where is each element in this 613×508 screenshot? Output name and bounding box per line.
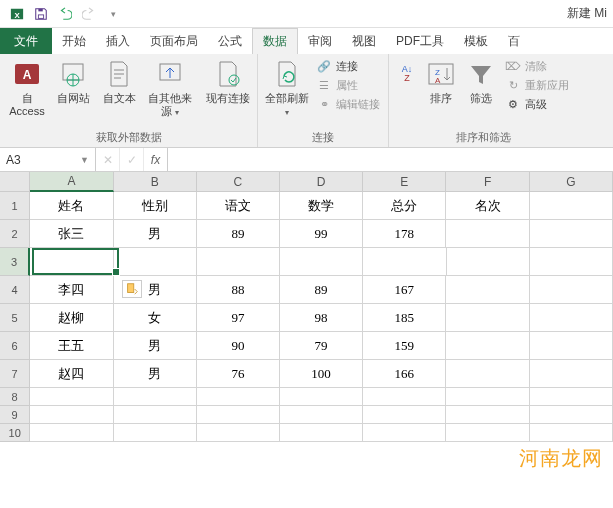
from-web-button[interactable]: 自网站	[50, 56, 96, 107]
name-box[interactable]: A3 ▼	[0, 148, 96, 171]
tab-review[interactable]: 审阅	[298, 28, 342, 54]
cell-E8[interactable]	[363, 388, 446, 406]
sort-button[interactable]: ZA 排序	[421, 56, 461, 107]
cell-B1[interactable]: 性别	[114, 192, 197, 220]
from-text-button[interactable]: 自文本	[96, 56, 142, 107]
cell-F5[interactable]	[446, 304, 529, 332]
row-header-10[interactable]: 10	[0, 424, 30, 442]
row-header-9[interactable]: 9	[0, 406, 30, 424]
cell-A5[interactable]: 赵柳	[30, 304, 113, 332]
properties-button[interactable]: ☰属性	[316, 77, 380, 93]
cell-D3[interactable]	[280, 248, 363, 276]
from-access-button[interactable]: A 自 Access	[4, 56, 50, 120]
cell-A7[interactable]: 赵四	[30, 360, 113, 388]
cell-C1[interactable]: 语文	[197, 192, 280, 220]
accept-formula-icon[interactable]: ✓	[120, 148, 144, 171]
cell-F7[interactable]	[446, 360, 529, 388]
cell-E2[interactable]: 178	[363, 220, 446, 248]
cell-E6[interactable]: 159	[363, 332, 446, 360]
cell-E9[interactable]	[363, 406, 446, 424]
cell-D1[interactable]: 数学	[280, 192, 363, 220]
cell-E10[interactable]	[363, 424, 446, 442]
namebox-dropdown-icon[interactable]: ▼	[80, 155, 89, 165]
cell-G3[interactable]	[530, 248, 613, 276]
col-header-A[interactable]: A	[30, 172, 113, 192]
cell-E5[interactable]: 185	[363, 304, 446, 332]
cell-A3[interactable]	[30, 248, 113, 276]
col-header-G[interactable]: G	[530, 172, 613, 192]
cell-G9[interactable]	[530, 406, 613, 424]
row-header-8[interactable]: 8	[0, 388, 30, 406]
cell-G8[interactable]	[530, 388, 613, 406]
row-header-5[interactable]: 5	[0, 304, 30, 332]
cell-D5[interactable]: 98	[280, 304, 363, 332]
cell-A10[interactable]	[30, 424, 113, 442]
reapply-button[interactable]: ↻重新应用	[505, 77, 569, 93]
fx-icon[interactable]: fx	[144, 148, 168, 171]
cell-F2[interactable]	[446, 220, 529, 248]
tab-view[interactable]: 视图	[342, 28, 386, 54]
tab-data[interactable]: 数据	[252, 28, 298, 54]
cell-G5[interactable]	[530, 304, 613, 332]
cell-B9[interactable]	[114, 406, 197, 424]
col-header-D[interactable]: D	[280, 172, 363, 192]
cancel-formula-icon[interactable]: ✕	[96, 148, 120, 171]
cell-C5[interactable]: 97	[197, 304, 280, 332]
customize-qat-icon[interactable]: ▾	[102, 3, 124, 25]
tab-file[interactable]: 文件	[0, 28, 52, 54]
cell-D8[interactable]	[280, 388, 363, 406]
connections-button[interactable]: 🔗连接	[316, 58, 380, 74]
cell-F10[interactable]	[446, 424, 529, 442]
cell-G10[interactable]	[530, 424, 613, 442]
row-header-6[interactable]: 6	[0, 332, 30, 360]
cell-C7[interactable]: 76	[197, 360, 280, 388]
clear-filter-button[interactable]: ⌦清除	[505, 58, 569, 74]
from-other-button[interactable]: 自其他来源 ▾	[142, 56, 198, 121]
formula-input[interactable]	[168, 148, 613, 171]
save-icon[interactable]	[30, 3, 52, 25]
cell-E7[interactable]: 166	[363, 360, 446, 388]
tab-pagelayout[interactable]: 页面布局	[140, 28, 208, 54]
row-header-3[interactable]: 3	[0, 248, 30, 276]
cell-G4[interactable]	[530, 276, 613, 304]
cell-B10[interactable]	[114, 424, 197, 442]
existing-connections-button[interactable]: 现有连接	[203, 56, 253, 107]
paste-options-button[interactable]	[122, 280, 142, 298]
cell-D10[interactable]	[280, 424, 363, 442]
row-header-4[interactable]: 4	[0, 276, 30, 304]
tab-formulas[interactable]: 公式	[208, 28, 252, 54]
cell-B2[interactable]: 男	[114, 220, 197, 248]
cell-D2[interactable]: 99	[280, 220, 363, 248]
cell-F8[interactable]	[446, 388, 529, 406]
tab-more[interactable]: 百	[498, 28, 530, 54]
row-header-2[interactable]: 2	[0, 220, 30, 248]
row-header-7[interactable]: 7	[0, 360, 30, 388]
col-header-E[interactable]: E	[363, 172, 446, 192]
col-header-B[interactable]: B	[114, 172, 197, 192]
cell-D7[interactable]: 100	[280, 360, 363, 388]
cell-G6[interactable]	[530, 332, 613, 360]
row-header-1[interactable]: 1	[0, 192, 30, 220]
cell-F4[interactable]	[446, 276, 529, 304]
cell-G7[interactable]	[530, 360, 613, 388]
cell-E4[interactable]: 167	[363, 276, 446, 304]
cell-D6[interactable]: 79	[280, 332, 363, 360]
cell-G2[interactable]	[530, 220, 613, 248]
cell-F3[interactable]	[447, 248, 530, 276]
cell-C6[interactable]: 90	[197, 332, 280, 360]
cell-F9[interactable]	[446, 406, 529, 424]
cell-A4[interactable]: 李四	[30, 276, 113, 304]
redo-icon[interactable]	[78, 3, 100, 25]
tab-pdf[interactable]: PDF工具	[386, 28, 454, 54]
cell-C2[interactable]: 89	[197, 220, 280, 248]
cell-G1[interactable]	[530, 192, 613, 220]
cell-B7[interactable]: 男	[114, 360, 197, 388]
cell-C8[interactable]	[197, 388, 280, 406]
cell-E1[interactable]: 总分	[363, 192, 446, 220]
cell-C4[interactable]: 88	[197, 276, 280, 304]
col-header-C[interactable]: C	[197, 172, 280, 192]
undo-icon[interactable]	[54, 3, 76, 25]
tab-templates[interactable]: 模板	[454, 28, 498, 54]
cell-A8[interactable]	[30, 388, 113, 406]
cell-B3[interactable]	[114, 248, 197, 276]
